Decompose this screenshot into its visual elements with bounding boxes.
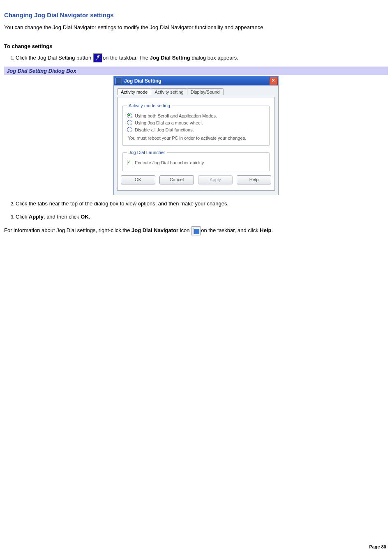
figure: Jog Dial Setting × Activity modeActivity… (4, 76, 388, 195)
ok-button[interactable]: OK (121, 175, 155, 184)
option-execute-quickly[interactable]: Execute Jog Dial Launcher quickly. (127, 160, 265, 165)
activity-mode-legend: Activity mode setting (127, 103, 172, 108)
final-a: For information about Jog Dial settings,… (4, 228, 131, 234)
option-label: Using Jog Dial as a mouse wheel. (135, 120, 203, 125)
radio-icon[interactable] (127, 120, 132, 125)
final-mid: icon (178, 228, 191, 234)
radio-icon[interactable] (127, 127, 132, 132)
jog-dial-setting-dialog: Jog Dial Setting × Activity modeActivity… (113, 76, 279, 195)
step-2: Click the tabs near the top of the dialo… (16, 199, 388, 208)
cancel-button[interactable]: Cancel (159, 175, 194, 184)
steps-list-cont: Click the tabs near the top of the dialo… (16, 199, 388, 221)
tab-panel: Activity mode setting Using both Scroll … (117, 97, 275, 191)
step3-end: . (89, 214, 90, 220)
tab-display-sound[interactable]: Display/Sound (187, 88, 224, 95)
launcher-fieldset: Jog Dial Launcher Execute Jog Dial Launc… (122, 150, 270, 171)
activity-mode-fieldset: Activity mode setting Using both Scroll … (122, 103, 270, 146)
checkbox-icon[interactable] (127, 160, 132, 165)
option-mouse-wheel[interactable]: Using Jog Dial as a mouse wheel. (127, 120, 265, 125)
close-icon[interactable]: × (269, 77, 277, 85)
option-label: Disable all Jog Dial functions. (135, 127, 194, 132)
step-1: Click the Jog Dial Setting button on the… (16, 53, 388, 63)
help-button[interactable]: Help (237, 175, 271, 184)
step3-apply: Apply (29, 214, 44, 220)
page-title: Changing Jog Dial Navigator settings (4, 12, 388, 18)
radio-icon[interactable] (127, 113, 132, 118)
intro-text: You can change the Jog Dial Navigator se… (4, 23, 388, 32)
step1-text-c: dialog box appears. (190, 55, 238, 61)
tabs-row: Activity modeActivity settingDisplay/Sou… (117, 88, 275, 97)
subhead: To change settings (4, 43, 388, 49)
final-c: on the taskbar, and click (201, 228, 260, 234)
step3-mid: , and then click (44, 214, 81, 220)
tab-activity-mode[interactable]: Activity mode (117, 88, 151, 95)
final-end: . (271, 228, 273, 234)
navigator-icon (191, 226, 201, 235)
step1-bold: Jog Dial Setting (150, 55, 190, 61)
option-label: Using both Scroll and Application Modes. (135, 113, 217, 118)
steps-list: Click the Jog Dial Setting button on the… (16, 53, 388, 63)
apply-button[interactable]: Apply (198, 175, 233, 184)
figure-caption: Jog Dial Setting Dialog Box (4, 67, 388, 75)
step1-text-b: on the taskbar. The (103, 55, 150, 61)
final-paragraph: For information about Jog Dial settings,… (4, 226, 388, 235)
wrench-icon (93, 53, 102, 62)
step3-ok: OK (81, 214, 89, 220)
tab-activity-setting[interactable]: Activity setting (151, 88, 187, 95)
dialog-button-row: OK Cancel Apply Help (122, 175, 270, 184)
dialog-title-icon (115, 78, 122, 84)
dialog-title: Jog Dial Setting (124, 78, 269, 84)
reboot-hint: You must reboot your PC in order to acti… (128, 136, 264, 140)
option-disable-all[interactable]: Disable all Jog Dial functions. (127, 127, 265, 132)
step1-text-a: Click the Jog Dial Setting button (16, 55, 93, 61)
option-both-modes[interactable]: Using both Scroll and Application Modes. (127, 113, 265, 118)
final-jog-dial: Jog Dial Navigator (131, 228, 178, 234)
final-help: Help (260, 228, 271, 234)
launcher-legend: Jog Dial Launcher (127, 150, 167, 155)
step3-a: Click (16, 214, 29, 220)
step-3: Click Apply, and then click OK. (16, 212, 388, 221)
option-label: Execute Jog Dial Launcher quickly. (135, 160, 205, 165)
page-number: Page 80 (369, 544, 386, 549)
dialog-titlebar: Jog Dial Setting × (114, 76, 278, 85)
dialog-body: Activity modeActivity settingDisplay/Sou… (114, 85, 278, 195)
